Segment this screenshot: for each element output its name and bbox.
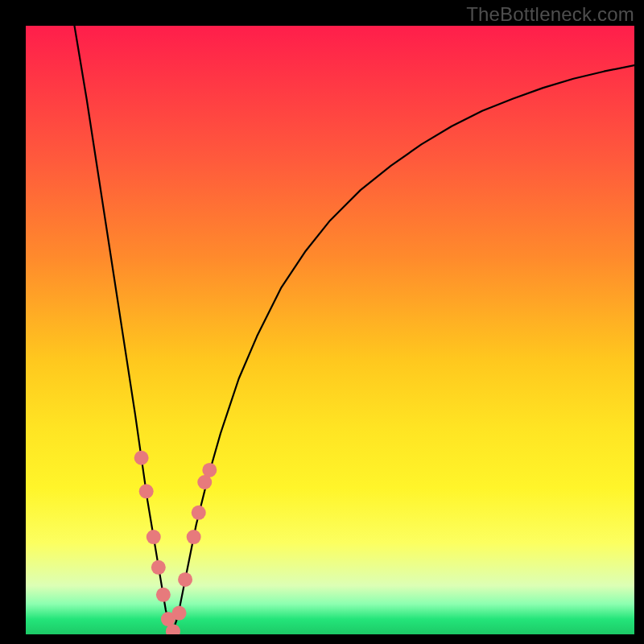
- data-marker: [156, 588, 171, 602]
- data-marker: [151, 560, 166, 575]
- data-marker: [192, 506, 206, 520]
- data-marker: [202, 463, 217, 477]
- data-marker: [178, 572, 192, 587]
- watermark-text: TheBottleneck.com: [466, 3, 634, 26]
- data-marker: [172, 606, 187, 621]
- chart-frame: TheBottleneck.com: [0, 0, 644, 644]
- bottleneck-curve: [74, 26, 634, 634]
- data-marker: [187, 530, 201, 544]
- chart-svg: [26, 26, 634, 634]
- data-marker: [147, 530, 161, 544]
- plot-area: [26, 26, 634, 634]
- data-marker: [139, 484, 154, 498]
- data-marker: [134, 451, 149, 465]
